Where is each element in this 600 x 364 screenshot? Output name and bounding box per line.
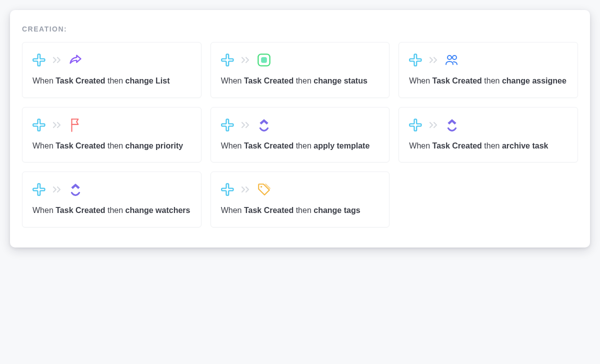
chevrons-icon <box>429 56 439 64</box>
text-trigger: Task Created <box>244 76 294 85</box>
section-title: CREATION: <box>22 25 578 33</box>
chevrons-icon <box>241 121 251 129</box>
chevrons-icon <box>52 56 62 64</box>
text-middle: then <box>106 76 126 85</box>
text-trigger: Task Created <box>56 206 105 214</box>
automation-card[interactable]: When Task Created then change assignee <box>398 42 578 98</box>
text-prefix: When <box>221 206 244 214</box>
text-action: change watchers <box>126 206 190 214</box>
text-action: change status <box>314 76 368 85</box>
plus-icon <box>32 182 46 196</box>
card-text: When Task Created then archive task <box>409 140 568 152</box>
card-icon-row <box>221 52 380 68</box>
automation-card[interactable]: When Task Created then change status <box>210 42 390 98</box>
text-middle: then <box>482 76 502 85</box>
tag-icon <box>257 182 271 196</box>
automation-card[interactable]: When Task Created then change priority <box>22 107 202 163</box>
text-trigger: Task Created <box>56 142 105 150</box>
text-action: apply template <box>314 142 370 150</box>
text-action: change tags <box>314 206 360 214</box>
plus-icon <box>32 53 46 67</box>
text-trigger: Task Created <box>56 76 105 85</box>
chevrons-icon <box>52 186 62 194</box>
card-text: When Task Created then change tags <box>221 205 380 216</box>
card-icon-row <box>409 52 568 68</box>
text-prefix: When <box>409 142 432 150</box>
chevrons-icon <box>241 186 251 194</box>
plus-icon <box>409 118 423 132</box>
flag-icon <box>68 118 82 132</box>
plus-icon <box>221 182 235 196</box>
clickup-icon <box>68 182 82 196</box>
text-middle: then <box>482 142 502 150</box>
text-action: change priority <box>126 142 184 150</box>
card-icon-row <box>221 182 380 197</box>
text-middle: then <box>294 76 314 85</box>
card-text: When Task Created then apply template <box>221 140 380 152</box>
clickup-icon <box>257 118 271 132</box>
card-icon-row <box>32 182 191 197</box>
chevrons-icon <box>52 121 62 129</box>
text-middle: then <box>106 206 126 214</box>
automation-card[interactable]: When Task Created then change tags <box>210 172 390 228</box>
automation-card[interactable]: When Task Created then change watchers <box>22 172 202 228</box>
text-prefix: When <box>32 76 56 85</box>
clickup-icon <box>445 118 459 132</box>
card-text: When Task Created then change status <box>221 76 380 86</box>
card-text: When Task Created then change List <box>32 76 191 86</box>
card-text: When Task Created then change assignee <box>409 76 568 86</box>
card-text: When Task Created then change watchers <box>32 205 191 216</box>
chevrons-icon <box>429 121 439 129</box>
text-prefix: When <box>32 142 56 150</box>
svg-rect-1 <box>261 57 267 63</box>
share-icon <box>68 53 82 67</box>
text-trigger: Task Created <box>432 142 482 150</box>
text-prefix: When <box>32 206 56 214</box>
people-icon <box>445 53 459 67</box>
text-trigger: Task Created <box>244 142 294 150</box>
text-prefix: When <box>221 142 244 150</box>
automation-card[interactable]: When Task Created then archive task <box>398 107 578 163</box>
text-action: change assignee <box>502 76 566 85</box>
automation-card[interactable]: When Task Created then change List <box>22 42 202 98</box>
text-prefix: When <box>221 76 244 85</box>
chevrons-icon <box>241 56 251 64</box>
plus-icon <box>409 53 423 67</box>
card-icon-row <box>32 118 191 132</box>
card-icon-row <box>409 118 568 132</box>
plus-icon <box>221 53 235 67</box>
svg-point-3 <box>452 56 456 60</box>
text-trigger: Task Created <box>432 76 482 85</box>
text-prefix: When <box>409 76 432 85</box>
text-action: archive task <box>502 142 548 150</box>
text-trigger: Task Created <box>244 206 294 214</box>
card-text: When Task Created then change priority <box>32 140 191 152</box>
automations-panel: CREATION: When Task Created then change … <box>10 10 590 248</box>
text-middle: then <box>294 206 314 214</box>
text-middle: then <box>294 142 314 150</box>
status-icon <box>257 53 271 67</box>
plus-icon <box>32 118 46 132</box>
card-icon-row <box>221 118 380 132</box>
plus-icon <box>221 118 235 132</box>
card-icon-row <box>32 52 191 68</box>
automation-card[interactable]: When Task Created then apply template <box>210 107 390 163</box>
svg-point-4 <box>260 186 262 188</box>
cards-grid: When Task Created then change List When … <box>22 42 578 228</box>
svg-point-2 <box>448 56 452 60</box>
text-action: change List <box>126 76 170 85</box>
text-middle: then <box>106 142 126 150</box>
